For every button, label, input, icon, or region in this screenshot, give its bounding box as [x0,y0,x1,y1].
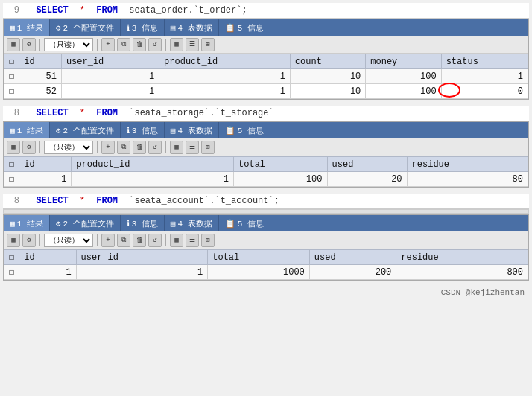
toolbar-btn-add-3[interactable]: + [101,234,115,247]
tab-info2-3[interactable]: 📋 5 信息 [219,215,270,231]
col-money: money [366,54,441,69]
col-product-id-s: product_id [72,157,234,172]
tab-config-1[interactable]: ⚙ 2 个配置文件 [50,19,121,36]
toolbar-btn-copy[interactable]: ⧉ [117,38,130,51]
col-id-s: id [19,157,72,172]
table-row[interactable]: ☐ 1 1 100 20 80 [4,172,528,187]
cell-money: 100 [366,69,441,84]
toolbar-btn-tree-3[interactable]: ⊞ [201,234,215,247]
table-icon-2: ▤ [171,126,176,135]
table-wrapper-1: ☐ id user_id product_id count money stat… [4,54,528,99]
info-icon: ℹ [127,23,130,33]
cell-money: 100 [366,84,441,99]
red-circle-annotation [437,82,461,98]
line-num-3: 8 [7,196,19,206]
toolbar-btn-filter-3[interactable]: ▦ [7,234,20,247]
grid-icon-3: ▦ [10,219,15,229]
toolbar-3: ▦ ⚙ （只读） + ⧉ 🗑 ↺ ▦ ☰ ⊞ [4,231,528,249]
table-row[interactable]: ☐ 51 1 1 10 100 1 [4,69,528,84]
tab-results-1[interactable]: ▦ 1 结果 [4,19,50,36]
sql-line-3: 8 SELECT * FROM `seata_account`.`t_accou… [3,194,529,209]
row-checkbox[interactable]: ☐ [4,84,19,99]
tab-table-1[interactable]: ▤ 4 表数据 [165,19,219,36]
tab-info-2[interactable]: ℹ 3 信息 [121,122,165,138]
toolbar-btn-delete-2[interactable]: 🗑 [133,141,146,154]
col-used-s: used [327,157,407,172]
cell-count: 10 [290,84,365,99]
info-icon-3: ℹ [127,219,130,229]
toolbar-btn-add[interactable]: + [101,38,115,51]
watermark: CSDN @kejizhentan [3,287,529,298]
row-checkbox[interactable]: ☐ [4,69,19,84]
col-user-id-a: user_id [76,250,208,265]
toolbar-btn-grid-3[interactable]: ▦ [170,234,183,247]
toolbar-btn-list-3[interactable]: ☰ [186,234,199,247]
readonly-select-2[interactable]: （只读） [44,141,93,154]
col-residue-s: residue [407,157,528,172]
tab-results-2[interactable]: ▦ 1 结果 [4,122,50,138]
toolbar-btn-list[interactable]: ☰ [186,38,199,51]
watermark-user: @kejizhentan [466,288,525,297]
toolbar-btn-tree[interactable]: ⊞ [201,38,215,51]
col-user-id: user_id [61,54,159,69]
tab-info-1[interactable]: ℹ 3 信息 [121,19,165,36]
cell-user-id: 1 [61,69,159,84]
table-header-row-3: ☐ id user_id total used residue [4,250,528,265]
toolbar-sep-1 [39,39,40,51]
tab-results-3[interactable]: ▦ 1 结果 [4,215,50,231]
col-count: count [290,54,365,69]
toolbar-btn-settings[interactable]: ⚙ [22,38,36,51]
toolbar-btn-copy-2[interactable]: ⧉ [117,141,130,154]
cell-product-id: 1 [159,84,291,99]
table-wrapper-3: ☐ id user_id total used residue ☐ 1 1 [4,249,528,280]
info-icon-2: ℹ [127,126,130,135]
grid-icon-2: ▦ [10,126,15,135]
toolbar-btn-filter-2[interactable]: ▦ [7,141,20,154]
tab-info2-1[interactable]: 📋 5 信息 [219,19,270,36]
toolbar-btn-delete-3[interactable]: 🗑 [133,234,146,247]
tab-table-3[interactable]: ▤ 4 表数据 [165,215,219,231]
watermark-site: CSDN [441,288,460,297]
tab-table-2[interactable]: ▤ 4 表数据 [165,122,219,138]
cell-status: 1 [441,69,528,84]
table-icon: ▤ [171,23,176,33]
col-residue-a: residue [396,250,528,265]
tab-config-3[interactable]: ⚙ 2 个配置文件 [50,215,121,231]
tab-config-2[interactable]: ⚙ 2 个配置文件 [50,122,121,138]
table-icon-3: ▤ [171,219,176,229]
toolbar-btn-tree-2[interactable]: ⊞ [201,141,215,154]
toolbar-btn-refresh[interactable]: ↺ [148,38,162,51]
tab-bar-3: ▦ 1 结果 ⚙ 2 个配置文件 ℹ 3 信息 ▤ 4 表数据 📋 5 信 [4,215,528,231]
config-icon: ⚙ [56,23,61,33]
col-total-a: total [208,250,310,265]
toolbar-btn-add-2[interactable]: + [101,141,115,154]
section-1: 9 SELECT * FROM seata_order.`t_order`; ▦… [3,3,529,100]
readonly-select-3[interactable]: （只读） [44,234,93,247]
toolbar-btn-refresh-3[interactable]: ↺ [148,234,162,247]
toolbar-btn-filter[interactable]: ▦ [7,38,20,51]
sql-line-2: 8 SELECT * FROM `seata_storage`.`t_stora… [3,106,529,121]
tab-bar-1: ▦ 1 结果 ⚙ 2 个配置文件 ℹ 3 信息 ▤ 4 表数据 📋 5 信 [4,19,528,36]
readonly-select-1[interactable]: （只读） [44,38,93,51]
table-row[interactable]: ☐ 52 1 1 10 100 0 [4,84,528,99]
sql-line-1: 9 SELECT * FROM seata_order.`t_order`; [3,3,529,19]
cell-user-id: 1 [61,84,159,99]
toolbar-btn-copy-3[interactable]: ⧉ [117,234,130,247]
toolbar-btn-settings-2[interactable]: ⚙ [22,141,36,154]
toolbar-btn-grid-2[interactable]: ▦ [170,141,183,154]
main-container: 9 SELECT * FROM seata_order.`t_order`; ▦… [0,0,532,306]
col-total-s: total [234,157,327,172]
toolbar-btn-list-2[interactable]: ☰ [186,141,199,154]
toolbar-btn-settings-3[interactable]: ⚙ [22,234,36,247]
toolbar-1: ▦ ⚙ （只读） + ⧉ 🗑 ↺ ▦ ☰ ⊞ [4,36,528,54]
toolbar-btn-grid[interactable]: ▦ [170,38,183,51]
data-table-3: ☐ id user_id total used residue ☐ 1 1 [4,249,528,280]
svg-point-0 [439,83,460,97]
col-id: id [19,54,62,69]
table-row[interactable]: ☐ 1 1 1000 200 800 [4,265,528,280]
tab-info-3[interactable]: ℹ 3 信息 [121,215,165,231]
toolbar-btn-refresh-2[interactable]: ↺ [148,141,162,154]
toolbar-btn-delete[interactable]: 🗑 [133,38,146,51]
tab-info2-2[interactable]: 📋 5 信息 [219,122,270,138]
scroll-bar[interactable] [3,209,529,214]
